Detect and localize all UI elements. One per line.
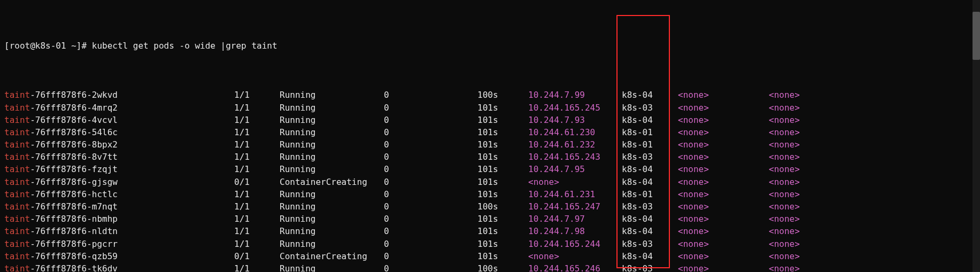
pod-status: Running bbox=[280, 213, 384, 225]
pod-restarts: 0 bbox=[384, 213, 477, 225]
pod-age: 101s bbox=[477, 163, 528, 175]
pod-readiness-gates: <none> bbox=[769, 102, 822, 114]
pod-rows: taint-76fff878f6-2wkvd1/1Running0100s10.… bbox=[4, 89, 976, 272]
pod-readiness-gates: <none> bbox=[769, 188, 822, 200]
pod-row: taint-76fff878f6-m7nqt1/1Running0100s10.… bbox=[4, 200, 976, 213]
pod-restarts: 0 bbox=[384, 138, 477, 151]
pod-ip: 10.244.7.93 bbox=[528, 114, 622, 126]
pod-ready: 1/1 bbox=[234, 163, 280, 175]
pod-restarts: 0 bbox=[384, 102, 477, 114]
pod-ip: <none> bbox=[528, 176, 622, 188]
pod-restarts: 0 bbox=[384, 200, 477, 213]
pod-ip: 10.244.61.230 bbox=[528, 126, 622, 138]
pod-status: Running bbox=[280, 163, 384, 175]
pod-restarts: 0 bbox=[384, 238, 477, 250]
pod-node: k8s-03 bbox=[622, 200, 678, 213]
pod-name-suffix: -76fff878f6-4vcvl bbox=[30, 115, 118, 125]
pod-status: Running bbox=[280, 188, 384, 200]
grep-match: taint bbox=[4, 103, 30, 113]
pod-ready: 1/1 bbox=[234, 213, 280, 225]
pod-row: taint-76fff878f6-2wkvd1/1Running0100s10.… bbox=[4, 89, 976, 101]
pod-readiness-gates: <none> bbox=[769, 262, 822, 272]
pod-row: taint-76fff878f6-tk6dv1/1Running0100s10.… bbox=[4, 262, 976, 272]
grep-match: taint bbox=[4, 115, 30, 125]
pod-name: taint-76fff878f6-gjsgw bbox=[4, 176, 234, 188]
pod-ready: 0/1 bbox=[234, 176, 280, 188]
pod-node: k8s-04 bbox=[622, 163, 678, 175]
pod-ip: 10.244.165.245 bbox=[528, 102, 622, 114]
pod-age: 101s bbox=[477, 102, 528, 114]
pod-status: Running bbox=[280, 138, 384, 151]
prompt-text: [root@k8s-01 ~]# kubectl get pods -o wid… bbox=[4, 41, 277, 51]
pod-name: taint-76fff878f6-8bpx2 bbox=[4, 138, 234, 151]
pod-readiness-gates: <none> bbox=[769, 213, 822, 225]
pod-age: 101s bbox=[477, 126, 528, 138]
pod-name: taint-76fff878f6-nbmhp bbox=[4, 213, 234, 225]
grep-match: taint bbox=[4, 263, 30, 272]
grep-match: taint bbox=[4, 127, 30, 137]
pod-ip: 10.244.165.246 bbox=[528, 262, 622, 272]
pod-age: 101s bbox=[477, 238, 528, 250]
pod-name: taint-76fff878f6-4mrq2 bbox=[4, 102, 234, 114]
pod-name: taint-76fff878f6-fzqjt bbox=[4, 163, 234, 175]
pod-age: 100s bbox=[477, 262, 528, 272]
pod-ip: 10.244.165.247 bbox=[528, 200, 622, 213]
pod-status: Running bbox=[280, 200, 384, 213]
pod-name-suffix: -76fff878f6-nldtn bbox=[30, 226, 118, 236]
pod-ready: 1/1 bbox=[234, 89, 280, 101]
pod-readiness-gates: <none> bbox=[769, 225, 822, 237]
pod-name: taint-76fff878f6-4vcvl bbox=[4, 114, 234, 126]
pod-status: Running bbox=[280, 225, 384, 237]
pod-ready: 1/1 bbox=[234, 102, 280, 114]
pod-name-suffix: -76fff878f6-gjsgw bbox=[30, 177, 118, 187]
pod-nominated-node: <none> bbox=[678, 102, 769, 114]
pod-name-suffix: -76fff878f6-tk6dv bbox=[30, 263, 118, 272]
scrollbar-thumb[interactable] bbox=[973, 12, 980, 60]
pod-age: 101s bbox=[477, 225, 528, 237]
pod-row: taint-76fff878f6-nldtn1/1Running0101s10.… bbox=[4, 225, 976, 237]
pod-restarts: 0 bbox=[384, 176, 477, 188]
pod-restarts: 0 bbox=[384, 225, 477, 237]
pod-ip: 10.244.61.232 bbox=[528, 138, 622, 151]
pod-name-suffix: -76fff878f6-qzb59 bbox=[30, 251, 118, 261]
pod-ip: 10.244.7.95 bbox=[528, 163, 622, 175]
pod-name: taint-76fff878f6-pgcrr bbox=[4, 238, 234, 250]
pod-ready: 1/1 bbox=[234, 200, 280, 213]
pod-restarts: 0 bbox=[384, 262, 477, 272]
pod-age: 101s bbox=[477, 188, 528, 200]
pod-readiness-gates: <none> bbox=[769, 114, 822, 126]
pod-status: Running bbox=[280, 238, 384, 250]
grep-match: taint bbox=[4, 201, 30, 212]
pod-name: taint-76fff878f6-qzb59 bbox=[4, 250, 234, 262]
pod-ip: 10.244.7.99 bbox=[528, 89, 622, 101]
pod-status: Running bbox=[280, 262, 384, 272]
pod-name: taint-76fff878f6-2wkvd bbox=[4, 89, 234, 101]
terminal-output: [root@k8s-01 ~]# kubectl get pods -o wid… bbox=[0, 0, 980, 272]
pod-ready: 1/1 bbox=[234, 238, 280, 250]
pod-nominated-node: <none> bbox=[678, 200, 769, 213]
command-prompt-line: [root@k8s-01 ~]# kubectl get pods -o wid… bbox=[4, 40, 976, 52]
grep-match: taint bbox=[4, 177, 30, 187]
pod-ready: 1/1 bbox=[234, 151, 280, 163]
pod-row: taint-76fff878f6-nbmhp1/1Running0101s10.… bbox=[4, 213, 976, 225]
pod-row: taint-76fff878f6-8bpx21/1Running0101s10.… bbox=[4, 138, 976, 151]
pod-readiness-gates: <none> bbox=[769, 138, 822, 151]
pod-node: k8s-04 bbox=[622, 176, 678, 188]
pod-row: taint-76fff878f6-gjsgw0/1ContainerCreati… bbox=[4, 176, 976, 188]
pod-readiness-gates: <none> bbox=[769, 89, 822, 101]
pod-ready: 1/1 bbox=[234, 225, 280, 237]
pod-readiness-gates: <none> bbox=[769, 151, 822, 163]
grep-match: taint bbox=[4, 214, 30, 224]
grep-match: taint bbox=[4, 90, 30, 100]
pod-restarts: 0 bbox=[384, 89, 477, 101]
pod-nominated-node: <none> bbox=[678, 89, 769, 101]
grep-match: taint bbox=[4, 226, 30, 236]
pod-name-suffix: -76fff878f6-8bpx2 bbox=[30, 139, 118, 150]
pod-row: taint-76fff878f6-hctlc1/1Running0101s10.… bbox=[4, 188, 976, 200]
pod-node: k8s-04 bbox=[622, 225, 678, 237]
pod-status: Running bbox=[280, 89, 384, 101]
pod-name: taint-76fff878f6-hctlc bbox=[4, 188, 234, 200]
grep-match: taint bbox=[4, 164, 30, 174]
pod-name-suffix: -76fff878f6-pgcrr bbox=[30, 239, 118, 249]
pod-node: k8s-04 bbox=[622, 89, 678, 101]
